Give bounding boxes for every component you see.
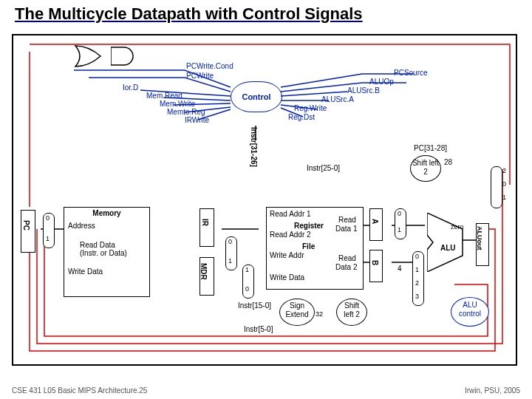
regfile-read2: Read (338, 254, 356, 262)
sign-extend: Sign Extend (279, 299, 315, 326)
mux-alusrcb-3: 3 (415, 293, 419, 300)
regfile-read1: Read (338, 216, 356, 224)
signal-instr31-26: Instr[31-26] (250, 127, 258, 167)
mux-alusrcb-0: 0 (415, 253, 419, 260)
signal-instr15-0: Instr[15-0] (238, 301, 271, 310)
mux-memtoreg-1: 1 (245, 266, 249, 273)
signal-iord: Ior.D (123, 83, 138, 92)
mux-alusrca-0: 0 (398, 210, 401, 217)
mdr-label: MDR (200, 263, 208, 280)
mux-regdst-0: 0 (228, 238, 232, 245)
alu-label: ALU (440, 244, 456, 252)
or-gate-icon (74, 44, 103, 68)
signal-instr5-0: Instr[5-0] (244, 325, 273, 333)
memory-readdata: Read Data (Instr. or Data) (80, 241, 127, 257)
alu-control: ALU control (451, 297, 489, 327)
signal-aluop: ALUOp (369, 78, 394, 86)
signal-regdst: Reg.Dst (288, 113, 315, 121)
page-title: The Multicycle Datapath with Control Sig… (15, 4, 363, 24)
ir-label: IR (201, 219, 209, 226)
mux-pcsource-0: 0 (502, 180, 506, 188)
shift-left-2-upper: Shift left 2 (410, 155, 441, 182)
regfile-writedata: Write Data (270, 273, 304, 282)
signal-pcwrite: PCWrite (186, 72, 214, 80)
signal-memtoreg: Memto.Reg (167, 108, 205, 116)
mux-iord-0: 0 (46, 214, 50, 222)
memory-writedata: Write Data (68, 267, 103, 276)
a-label: A (371, 219, 379, 224)
signal-irwrite: IRWrite (185, 116, 209, 124)
control-block: Control (231, 81, 282, 112)
signal-alusrca: ALUSrc.A (321, 95, 354, 103)
const-4: 4 (398, 265, 402, 273)
mux-alusrcb-2: 2 (415, 279, 419, 287)
footer-right: Irwin, PSU, 2005 (465, 386, 520, 395)
regfile-data2: Data 2 (335, 263, 357, 271)
signal-pcwritecond: PCWrite.Cond (186, 62, 233, 70)
regfile-writeaddr: Write Addr (270, 251, 304, 259)
regfile-register: Register (294, 222, 324, 230)
mux-pcsource-1: 1 (502, 194, 506, 201)
memory-address: Address (68, 222, 95, 230)
signal-instr25-0: Instr[25-0] (307, 164, 340, 172)
mux-regdst-1: 1 (228, 257, 232, 265)
b-latch (369, 250, 383, 282)
signal-memread: Mem.Read (146, 92, 183, 100)
label-28: 28 (444, 158, 452, 166)
svg-marker-0 (427, 213, 463, 272)
pc-block (21, 210, 35, 253)
signal-regwrite: Reg.Write (294, 104, 327, 112)
and-gate-icon (111, 46, 140, 66)
label-32: 32 (316, 310, 323, 318)
aluout-label: ALUout (476, 226, 483, 250)
shift-left-2-lower: Shift left 2 (336, 299, 367, 326)
signal-alusrcb: ALUSrc.B (347, 86, 380, 95)
mux-alusrca-1: 1 (398, 226, 401, 233)
pc-label: PC (22, 220, 30, 231)
signal-pcsource: PCSource (394, 69, 428, 77)
mux-memtoreg-0: 0 (245, 285, 249, 293)
alu-shape (427, 213, 464, 272)
mux-iord-1: 1 (46, 235, 50, 242)
a-latch (369, 208, 383, 241)
b-label: B (371, 260, 379, 265)
signal-memwrite: Mem.Write (160, 100, 195, 108)
regfile-data1: Data 1 (335, 225, 357, 233)
memory-title: Memory (64, 209, 149, 217)
footer-left: CSE 431 L05 Basic MIPS Architecture.25 (12, 386, 147, 395)
mux-alusrcb-1: 1 (415, 266, 419, 273)
mux-pcsource-2: 2 (502, 167, 506, 174)
regfile-file: File (302, 242, 315, 250)
regfile-readaddr2: Read Addr 2 (270, 231, 311, 239)
mux-pcsource (491, 166, 502, 208)
alu-zero: zero (451, 223, 464, 231)
signal-pc31-28: PC[31-28] (414, 144, 447, 152)
ir-block (200, 208, 214, 247)
regfile-readaddr1: Read Addr 1 (270, 210, 311, 218)
